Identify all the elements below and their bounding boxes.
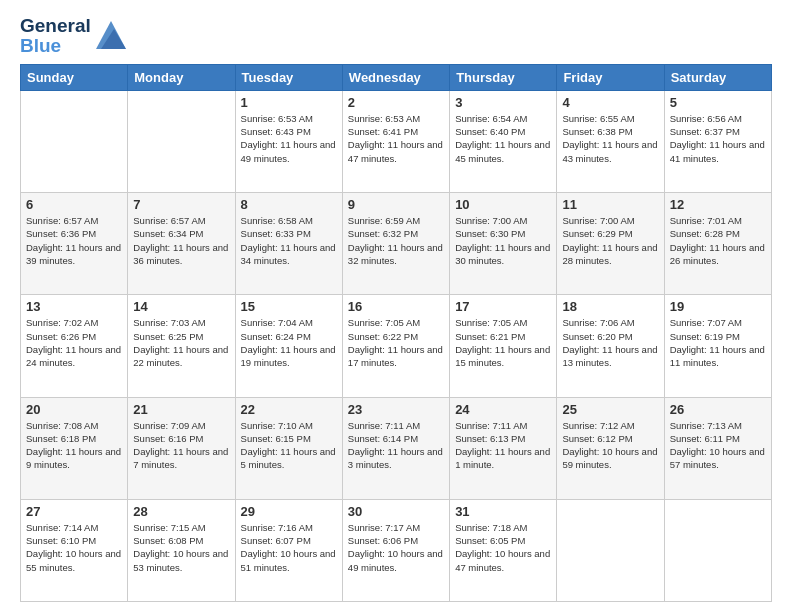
day-info: Sunrise: 6:53 AM Sunset: 6:41 PM Dayligh… <box>348 112 444 165</box>
calendar-cell: 28Sunrise: 7:15 AM Sunset: 6:08 PM Dayli… <box>128 499 235 601</box>
weekday-header: Tuesday <box>235 64 342 90</box>
calendar-cell: 15Sunrise: 7:04 AM Sunset: 6:24 PM Dayli… <box>235 295 342 397</box>
day-info: Sunrise: 6:58 AM Sunset: 6:33 PM Dayligh… <box>241 214 337 267</box>
logo: General Blue <box>20 16 126 56</box>
day-number: 8 <box>241 197 337 212</box>
day-info: Sunrise: 7:13 AM Sunset: 6:11 PM Dayligh… <box>670 419 766 472</box>
calendar-cell: 6Sunrise: 6:57 AM Sunset: 6:36 PM Daylig… <box>21 193 128 295</box>
day-info: Sunrise: 6:53 AM Sunset: 6:43 PM Dayligh… <box>241 112 337 165</box>
weekday-header: Thursday <box>450 64 557 90</box>
day-info: Sunrise: 6:57 AM Sunset: 6:36 PM Dayligh… <box>26 214 122 267</box>
calendar-cell: 19Sunrise: 7:07 AM Sunset: 6:19 PM Dayli… <box>664 295 771 397</box>
calendar-cell: 11Sunrise: 7:00 AM Sunset: 6:29 PM Dayli… <box>557 193 664 295</box>
logo-icon <box>96 21 126 53</box>
calendar-cell: 25Sunrise: 7:12 AM Sunset: 6:12 PM Dayli… <box>557 397 664 499</box>
calendar-week-row: 1Sunrise: 6:53 AM Sunset: 6:43 PM Daylig… <box>21 90 772 192</box>
calendar-cell: 27Sunrise: 7:14 AM Sunset: 6:10 PM Dayli… <box>21 499 128 601</box>
calendar-cell: 9Sunrise: 6:59 AM Sunset: 6:32 PM Daylig… <box>342 193 449 295</box>
day-number: 12 <box>670 197 766 212</box>
calendar-cell: 10Sunrise: 7:00 AM Sunset: 6:30 PM Dayli… <box>450 193 557 295</box>
calendar-cell: 8Sunrise: 6:58 AM Sunset: 6:33 PM Daylig… <box>235 193 342 295</box>
day-number: 4 <box>562 95 658 110</box>
calendar-cell: 30Sunrise: 7:17 AM Sunset: 6:06 PM Dayli… <box>342 499 449 601</box>
day-number: 9 <box>348 197 444 212</box>
logo-blue: Blue <box>20 36 91 56</box>
calendar-cell: 18Sunrise: 7:06 AM Sunset: 6:20 PM Dayli… <box>557 295 664 397</box>
day-number: 16 <box>348 299 444 314</box>
day-number: 3 <box>455 95 551 110</box>
day-info: Sunrise: 7:05 AM Sunset: 6:21 PM Dayligh… <box>455 316 551 369</box>
day-number: 2 <box>348 95 444 110</box>
calendar-cell: 3Sunrise: 6:54 AM Sunset: 6:40 PM Daylig… <box>450 90 557 192</box>
calendar-cell: 26Sunrise: 7:13 AM Sunset: 6:11 PM Dayli… <box>664 397 771 499</box>
calendar-cell: 7Sunrise: 6:57 AM Sunset: 6:34 PM Daylig… <box>128 193 235 295</box>
calendar-cell: 13Sunrise: 7:02 AM Sunset: 6:26 PM Dayli… <box>21 295 128 397</box>
day-number: 17 <box>455 299 551 314</box>
day-info: Sunrise: 7:06 AM Sunset: 6:20 PM Dayligh… <box>562 316 658 369</box>
day-number: 27 <box>26 504 122 519</box>
calendar-cell: 21Sunrise: 7:09 AM Sunset: 6:16 PM Dayli… <box>128 397 235 499</box>
day-info: Sunrise: 6:57 AM Sunset: 6:34 PM Dayligh… <box>133 214 229 267</box>
day-info: Sunrise: 7:00 AM Sunset: 6:30 PM Dayligh… <box>455 214 551 267</box>
calendar-cell: 16Sunrise: 7:05 AM Sunset: 6:22 PM Dayli… <box>342 295 449 397</box>
day-number: 25 <box>562 402 658 417</box>
calendar-cell: 20Sunrise: 7:08 AM Sunset: 6:18 PM Dayli… <box>21 397 128 499</box>
day-info: Sunrise: 6:54 AM Sunset: 6:40 PM Dayligh… <box>455 112 551 165</box>
day-info: Sunrise: 7:01 AM Sunset: 6:28 PM Dayligh… <box>670 214 766 267</box>
calendar-cell <box>664 499 771 601</box>
day-info: Sunrise: 7:14 AM Sunset: 6:10 PM Dayligh… <box>26 521 122 574</box>
calendar-week-row: 13Sunrise: 7:02 AM Sunset: 6:26 PM Dayli… <box>21 295 772 397</box>
day-info: Sunrise: 7:12 AM Sunset: 6:12 PM Dayligh… <box>562 419 658 472</box>
day-number: 21 <box>133 402 229 417</box>
day-info: Sunrise: 7:02 AM Sunset: 6:26 PM Dayligh… <box>26 316 122 369</box>
calendar-table: SundayMondayTuesdayWednesdayThursdayFrid… <box>20 64 772 602</box>
day-info: Sunrise: 7:18 AM Sunset: 6:05 PM Dayligh… <box>455 521 551 574</box>
day-info: Sunrise: 6:56 AM Sunset: 6:37 PM Dayligh… <box>670 112 766 165</box>
day-info: Sunrise: 6:59 AM Sunset: 6:32 PM Dayligh… <box>348 214 444 267</box>
day-number: 18 <box>562 299 658 314</box>
weekday-header: Sunday <box>21 64 128 90</box>
day-number: 10 <box>455 197 551 212</box>
calendar-cell: 24Sunrise: 7:11 AM Sunset: 6:13 PM Dayli… <box>450 397 557 499</box>
calendar-cell: 17Sunrise: 7:05 AM Sunset: 6:21 PM Dayli… <box>450 295 557 397</box>
calendar-week-row: 20Sunrise: 7:08 AM Sunset: 6:18 PM Dayli… <box>21 397 772 499</box>
day-info: Sunrise: 7:10 AM Sunset: 6:15 PM Dayligh… <box>241 419 337 472</box>
day-number: 15 <box>241 299 337 314</box>
day-info: Sunrise: 7:11 AM Sunset: 6:13 PM Dayligh… <box>455 419 551 472</box>
day-info: Sunrise: 7:05 AM Sunset: 6:22 PM Dayligh… <box>348 316 444 369</box>
calendar-cell <box>128 90 235 192</box>
day-info: Sunrise: 7:07 AM Sunset: 6:19 PM Dayligh… <box>670 316 766 369</box>
day-info: Sunrise: 7:09 AM Sunset: 6:16 PM Dayligh… <box>133 419 229 472</box>
calendar-week-row: 6Sunrise: 6:57 AM Sunset: 6:36 PM Daylig… <box>21 193 772 295</box>
day-info: Sunrise: 7:00 AM Sunset: 6:29 PM Dayligh… <box>562 214 658 267</box>
day-number: 22 <box>241 402 337 417</box>
logo-general: General <box>20 16 91 36</box>
calendar-cell: 22Sunrise: 7:10 AM Sunset: 6:15 PM Dayli… <box>235 397 342 499</box>
day-number: 24 <box>455 402 551 417</box>
calendar-cell: 31Sunrise: 7:18 AM Sunset: 6:05 PM Dayli… <box>450 499 557 601</box>
day-number: 20 <box>26 402 122 417</box>
day-info: Sunrise: 7:04 AM Sunset: 6:24 PM Dayligh… <box>241 316 337 369</box>
day-number: 23 <box>348 402 444 417</box>
day-number: 28 <box>133 504 229 519</box>
day-number: 14 <box>133 299 229 314</box>
day-number: 6 <box>26 197 122 212</box>
day-number: 13 <box>26 299 122 314</box>
day-number: 19 <box>670 299 766 314</box>
calendar-cell: 5Sunrise: 6:56 AM Sunset: 6:37 PM Daylig… <box>664 90 771 192</box>
day-number: 30 <box>348 504 444 519</box>
calendar-cell <box>21 90 128 192</box>
day-info: Sunrise: 7:08 AM Sunset: 6:18 PM Dayligh… <box>26 419 122 472</box>
weekday-header-row: SundayMondayTuesdayWednesdayThursdayFrid… <box>21 64 772 90</box>
calendar-cell: 12Sunrise: 7:01 AM Sunset: 6:28 PM Dayli… <box>664 193 771 295</box>
calendar-cell: 4Sunrise: 6:55 AM Sunset: 6:38 PM Daylig… <box>557 90 664 192</box>
day-number: 26 <box>670 402 766 417</box>
calendar-cell: 29Sunrise: 7:16 AM Sunset: 6:07 PM Dayli… <box>235 499 342 601</box>
day-number: 29 <box>241 504 337 519</box>
weekday-header: Wednesday <box>342 64 449 90</box>
day-number: 11 <box>562 197 658 212</box>
day-info: Sunrise: 7:15 AM Sunset: 6:08 PM Dayligh… <box>133 521 229 574</box>
weekday-header: Monday <box>128 64 235 90</box>
calendar-week-row: 27Sunrise: 7:14 AM Sunset: 6:10 PM Dayli… <box>21 499 772 601</box>
day-number: 1 <box>241 95 337 110</box>
